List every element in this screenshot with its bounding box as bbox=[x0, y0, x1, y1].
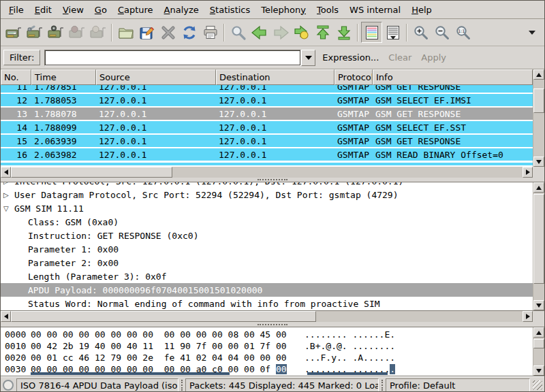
menu-telephony[interactable]: Telephony bbox=[255, 3, 311, 17]
scroll-left-button[interactable] bbox=[1, 311, 11, 322]
detail-row-length[interactable]: Length (Parameter 3): 0x0f bbox=[1, 270, 533, 283]
expander-icon[interactable]: ▷ bbox=[3, 182, 14, 185]
scrollbar-thumb[interactable] bbox=[533, 339, 544, 348]
scroll-down-button[interactable] bbox=[533, 365, 544, 376]
hex-row[interactable]: 0020 00 01 cc 46 12 79 00 2e fe 41 02 04… bbox=[1, 353, 533, 364]
reload-button[interactable] bbox=[178, 22, 200, 43]
expert-info-icon[interactable] bbox=[3, 380, 14, 391]
file-save-button[interactable] bbox=[136, 22, 157, 43]
selected-hex-byte[interactable]: 00 bbox=[276, 364, 287, 374]
packet-row[interactable]: 15 2.063939 127.0.0.1 127.0.0.1 GSMTAP G… bbox=[1, 134, 533, 148]
filter-button[interactable]: Filter: bbox=[3, 50, 40, 65]
column-header-source[interactable]: Source bbox=[96, 69, 216, 85]
scrollbar-thumb[interactable] bbox=[11, 311, 316, 322]
selected-ascii-char[interactable]: . bbox=[390, 364, 395, 374]
go-forward-button[interactable] bbox=[270, 22, 291, 43]
packet-row-selected[interactable]: 13 1.788078 127.0.0.1 127.0.0.1 GSMTAP G… bbox=[1, 107, 533, 120]
clear-button[interactable]: Clear bbox=[386, 51, 414, 64]
file-open-button[interactable] bbox=[115, 22, 136, 43]
go-back-button[interactable] bbox=[249, 22, 270, 43]
list-interfaces-button[interactable] bbox=[3, 22, 24, 43]
column-header-no[interactable]: No. bbox=[1, 69, 31, 85]
capture-start-button[interactable] bbox=[45, 22, 66, 43]
detail-row-parameter2[interactable]: Parameter 2: 0x00 bbox=[1, 256, 533, 270]
file-close-button[interactable] bbox=[157, 22, 178, 43]
detail-row-parameter1[interactable]: Parameter 1: 0x00 bbox=[1, 242, 533, 256]
arrow-left-icon bbox=[4, 314, 8, 319]
packet-row[interactable]: 14 1.788099 127.0.0.1 127.0.0.1 GSMTAP G… bbox=[1, 120, 533, 134]
column-header-time[interactable]: Time bbox=[31, 69, 96, 85]
detail-row-gsm-sim[interactable]: ▽GSM SIM 11.11 bbox=[1, 201, 533, 215]
go-top-button[interactable] bbox=[312, 22, 333, 43]
scrollbar-thumb[interactable] bbox=[533, 88, 544, 113]
packet-list-vertical-scrollbar[interactable] bbox=[533, 69, 544, 167]
filter-input[interactable] bbox=[44, 50, 301, 66]
menu-ws-internal[interactable]: WS internal bbox=[344, 3, 406, 17]
details-vertical-scrollbar[interactable] bbox=[533, 182, 544, 310]
hex-row[interactable]: 0000 00 00 00 00 00 00 00 00 00 00 00 00… bbox=[1, 329, 533, 341]
packet-list-horizontal-scrollbar[interactable] bbox=[1, 167, 533, 178]
menu-edit[interactable]: Edit bbox=[29, 3, 57, 17]
scroll-down-button[interactable] bbox=[533, 157, 544, 167]
details-horizontal-scrollbar[interactable] bbox=[1, 311, 533, 322]
menu-tools[interactable]: Tools bbox=[311, 3, 344, 17]
search-icon bbox=[230, 24, 247, 42]
zoom-100-button[interactable]: 1:1 bbox=[452, 22, 473, 43]
menu-go[interactable]: Go bbox=[89, 3, 112, 17]
arrow-right-icon bbox=[526, 169, 530, 175]
scrollbar-corner bbox=[533, 311, 544, 322]
column-header-destination[interactable]: Destination bbox=[216, 69, 334, 85]
menu-help[interactable]: Help bbox=[406, 3, 437, 17]
scroll-left-button[interactable] bbox=[1, 167, 11, 178]
column-header-protocol[interactable]: Protocol bbox=[334, 69, 373, 85]
scroll-right-button[interactable] bbox=[523, 311, 533, 322]
menu-view[interactable]: View bbox=[57, 3, 89, 17]
hex-row[interactable]: 0010 00 42 2b 19 40 00 40 11 11 90 7f 00… bbox=[1, 341, 533, 353]
expander-expanded-icon[interactable]: ▽ bbox=[3, 205, 14, 212]
detail-row-status-word[interactable]: Status Word: Normal ending of command wi… bbox=[1, 297, 533, 310]
scrollbar-thumb[interactable] bbox=[533, 194, 544, 284]
packet-row[interactable]: 12 1.788053 127.0.0.1 127.0.0.1 GSMTAP G… bbox=[1, 93, 533, 107]
detail-row-instruction[interactable]: Instruction: GET RESPONSE (0xc0) bbox=[1, 229, 533, 242]
zoom-in-button[interactable] bbox=[410, 22, 431, 43]
packet-row[interactable]: 16 2.063982 127.0.0.1 127.0.0.1 GSMTAP G… bbox=[1, 148, 533, 161]
menu-statistics[interactable]: Statistics bbox=[204, 3, 255, 17]
filter-dropdown-button[interactable] bbox=[301, 50, 315, 66]
scroll-right-button[interactable] bbox=[523, 167, 533, 178]
detail-row-clipped[interactable]: ▷Internet Protocol, Src: 127.0.0.1 (127.… bbox=[1, 182, 533, 188]
scroll-down-button[interactable] bbox=[533, 300, 544, 310]
filter-combo bbox=[44, 50, 315, 66]
toolbar-overflow-button[interactable] bbox=[521, 22, 542, 43]
capture-options-button[interactable] bbox=[24, 22, 45, 43]
scroll-up-button[interactable] bbox=[533, 182, 544, 193]
scrollbar-thumb[interactable] bbox=[11, 167, 172, 178]
resize-grip-icon[interactable] bbox=[533, 380, 542, 390]
scroll-up-button[interactable] bbox=[533, 69, 544, 80]
scroll-up-button[interactable] bbox=[533, 327, 544, 338]
column-header-info[interactable]: Info bbox=[373, 69, 533, 85]
menu-analyze[interactable]: Analyze bbox=[159, 3, 204, 17]
zoom-100-icon: 1:1 bbox=[454, 24, 472, 42]
pane-splitter[interactable] bbox=[1, 322, 544, 327]
auto-scroll-button[interactable] bbox=[382, 22, 403, 43]
detail-row-udp[interactable]: ▷User Datagram Protocol, Src Port: 52294… bbox=[1, 188, 533, 201]
go-bottom-button[interactable] bbox=[333, 22, 354, 43]
hex-vertical-scrollbar[interactable] bbox=[533, 327, 544, 376]
packet-row-clipped[interactable] bbox=[1, 163, 533, 165]
capture-stop-button[interactable] bbox=[66, 22, 87, 43]
packet-row-clipped[interactable]: 11 1.787851 127.0.0.1 127.0.0.1 GSMTAP G… bbox=[1, 85, 533, 93]
menu-file[interactable]: File bbox=[3, 3, 29, 17]
expander-collapsed-icon[interactable]: ▷ bbox=[3, 191, 14, 199]
menu-capture[interactable]: Capture bbox=[112, 3, 159, 17]
capture-restart-button[interactable] bbox=[87, 22, 108, 43]
status-profile[interactable]: Profile: Default bbox=[386, 378, 530, 392]
detail-row-class[interactable]: Class: GSM (0xa0) bbox=[1, 215, 533, 229]
print-button[interactable] bbox=[200, 22, 221, 43]
colorize-button[interactable] bbox=[361, 22, 382, 43]
find-packet-button[interactable] bbox=[228, 22, 249, 43]
go-to-packet-button[interactable] bbox=[291, 22, 312, 43]
detail-row-apdu-payload-selected[interactable]: APDU Payload: 000000096f0704001500150102… bbox=[1, 283, 533, 297]
apply-button[interactable]: Apply bbox=[418, 51, 449, 64]
expression-button[interactable]: Expression... bbox=[320, 51, 382, 64]
zoom-out-button[interactable] bbox=[431, 22, 452, 43]
